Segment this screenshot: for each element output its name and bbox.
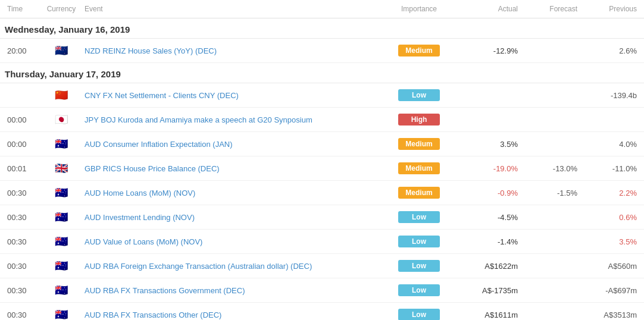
row-time: 20:00	[5, 45, 40, 57]
row-importance: Medium	[377, 161, 461, 175]
row-time: 00:30	[5, 236, 40, 247]
calendar-body: Wednesday, January 16, 201920:00🇳🇿NZD RE…	[0, 18, 644, 320]
row-forecast	[520, 216, 580, 218]
row-time: 00:00	[5, 139, 40, 150]
table-row: 00:30🇦🇺AUD RBA FX Transactions Governmen…	[0, 278, 644, 303]
header-event: Event	[82, 4, 377, 14]
table-row: 00:30🇦🇺AUD Value of Loans (MoM) (NOV)Low…	[0, 230, 644, 254]
row-previous: 0.6%	[580, 212, 639, 223]
row-previous: -A$697m	[580, 285, 639, 296]
row-importance: High	[377, 112, 461, 127]
row-actual: 3.5%	[461, 139, 520, 150]
table-row: 🇨🇳CNY FX Net Settlement - Clients CNY (D…	[0, 83, 644, 108]
table-row: 00:00🇯🇵JPY BOJ Kuroda and Amamiya make a…	[0, 108, 644, 132]
row-importance: Low	[377, 308, 461, 320]
row-flag: 🇬🇧	[40, 162, 82, 175]
row-previous: 4.0%	[580, 139, 639, 150]
row-event[interactable]: CNY FX Net Settlement - Clients CNY (DEC…	[82, 90, 377, 101]
row-event[interactable]: AUD Value of Loans (MoM) (NOV)	[82, 236, 377, 247]
importance-badge: Low	[398, 284, 440, 296]
importance-badge: Low	[398, 309, 440, 320]
row-flag: 🇦🇺	[40, 308, 82, 320]
row-forecast	[520, 49, 580, 52]
row-event[interactable]: AUD Home Loans (MoM) (NOV)	[82, 187, 377, 199]
row-forecast	[520, 94, 580, 96]
table-row: 00:30🇦🇺AUD RBA Foreign Exchange Transact…	[0, 254, 644, 278]
row-time: 00:30	[5, 285, 40, 296]
date-header: Thursday, January 17, 2019	[0, 63, 644, 83]
importance-badge: Low	[398, 89, 440, 101]
row-actual	[461, 94, 520, 96]
header-actual: Actual	[461, 4, 520, 14]
importance-badge: High	[398, 114, 440, 126]
row-actual: -0.9%	[461, 187, 520, 199]
row-time: 00:30	[5, 261, 40, 272]
table-row: 20:00🇳🇿NZD REINZ House Sales (YoY) (DEC)…	[0, 39, 644, 63]
row-flag: 🇦🇺	[40, 211, 82, 224]
row-importance: Low	[377, 88, 461, 102]
importance-badge: Medium	[398, 162, 440, 174]
row-time: 00:01	[5, 163, 40, 174]
row-flag: 🇦🇺	[40, 235, 82, 248]
header-previous: Previous	[580, 4, 639, 14]
row-event[interactable]: AUD RBA FX Transactions Other (DEC)	[82, 309, 377, 321]
row-previous: 3.5%	[580, 236, 639, 247]
row-actual: -1.4%	[461, 236, 520, 247]
row-actual: A$1611m	[461, 309, 520, 321]
row-event[interactable]: GBP RICS House Price Balance (DEC)	[82, 163, 377, 174]
row-forecast: -1.5%	[520, 187, 580, 199]
row-event[interactable]: AUD Investment Lending (NOV)	[82, 212, 377, 223]
table-row: 00:00🇦🇺AUD Consumer Inflation Expectatio…	[0, 132, 644, 156]
row-previous: 2.6%	[580, 45, 639, 57]
row-previous: A$3513m	[580, 309, 639, 321]
row-importance: Medium	[377, 43, 461, 58]
row-event[interactable]: AUD RBA Foreign Exchange Transaction (Au…	[82, 261, 377, 272]
header-importance: Importance	[377, 4, 461, 14]
row-importance: Low	[377, 210, 461, 224]
row-event[interactable]: AUD Consumer Inflation Expectation (JAN)	[82, 139, 377, 150]
row-forecast	[520, 313, 580, 316]
row-flag: 🇳🇿	[40, 44, 82, 57]
importance-badge: Low	[398, 236, 440, 247]
row-time	[5, 94, 40, 96]
row-flag: 🇨🇳	[40, 89, 82, 102]
table-row: 00:30🇦🇺AUD RBA FX Transactions Other (DE…	[0, 303, 644, 320]
row-previous	[580, 118, 639, 121]
importance-badge: Medium	[398, 187, 440, 199]
row-actual: -19.0%	[461, 163, 520, 174]
row-previous: -139.4b	[580, 90, 639, 101]
row-flag: 🇦🇺	[40, 137, 82, 150]
row-actual	[461, 118, 520, 121]
row-previous: 2.2%	[580, 187, 639, 199]
header-forecast: Forecast	[520, 4, 580, 14]
row-flag: 🇦🇺	[40, 284, 82, 297]
row-importance: Medium	[377, 137, 461, 151]
row-importance: Low	[377, 283, 461, 297]
header-currency: Currency	[40, 4, 82, 14]
row-actual: -4.5%	[461, 212, 520, 223]
row-forecast	[520, 265, 580, 267]
row-forecast: -13.0%	[520, 163, 580, 174]
importance-badge: Low	[398, 260, 440, 272]
row-flag: 🇯🇵	[40, 113, 82, 126]
row-event[interactable]: AUD RBA FX Transactions Government (DEC)	[82, 285, 377, 296]
row-forecast	[520, 143, 580, 145]
row-importance: Low	[377, 234, 461, 249]
row-time: 00:00	[5, 114, 40, 126]
row-time: 00:30	[5, 309, 40, 321]
row-forecast	[520, 289, 580, 291]
row-previous: -11.0%	[580, 163, 639, 174]
row-event[interactable]: JPY BOJ Kuroda and Amamiya make a speech…	[82, 114, 377, 126]
table-row: 00:30🇦🇺AUD Investment Lending (NOV)Low-4…	[0, 205, 644, 230]
row-time: 00:30	[5, 187, 40, 199]
row-importance: Medium	[377, 186, 461, 200]
importance-badge: Low	[398, 211, 440, 223]
row-flag: 🇦🇺	[40, 186, 82, 199]
economic-calendar: Time Currency Event Importance Actual Fo…	[0, 0, 644, 320]
table-row: 00:01🇬🇧GBP RICS House Price Balance (DEC…	[0, 156, 644, 181]
row-event[interactable]: NZD REINZ House Sales (YoY) (DEC)	[82, 45, 377, 57]
row-actual: A$1622m	[461, 261, 520, 272]
importance-badge: Medium	[398, 138, 440, 150]
header-time: Time	[5, 4, 40, 14]
row-forecast	[520, 118, 580, 121]
